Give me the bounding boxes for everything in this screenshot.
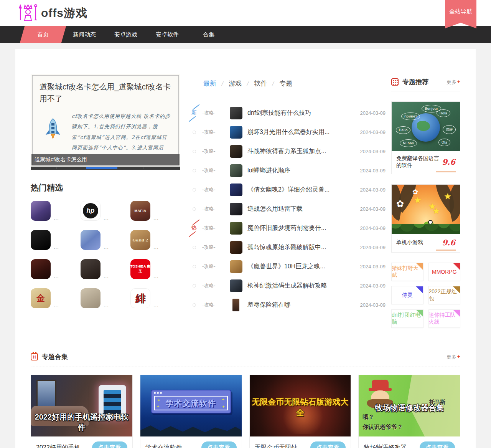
view-button[interactable]: 点击查看 [310,441,346,448]
unlimited-card-image: 无限金币无限钻石版游戏大全 [250,375,351,436]
feed-item-title[interactable]: 孤岛惊魂原始杀戮破解版中... [247,243,353,251]
image-overlay-title: 学术交流软件 [166,398,216,408]
hot-app-8[interactable]: TOSHIBA 東芝... [130,259,180,279]
timeline-dot [193,150,196,153]
feed-category-label: -攻略- [202,109,230,116]
hot-app-2[interactable]: MAFIA... [130,201,180,221]
feed-item-title[interactable]: 逆战怎么用迅雷下载 [247,205,353,213]
topic-tag-0[interactable]: 猪妹打野天赋 [391,263,423,281]
feed-category-label: -攻略- [202,186,230,193]
feed-item-date: 2024-03-09 [353,187,386,193]
topic-card-score: 9.6 [442,157,455,167]
hot-app-6[interactable]: ... [31,259,81,279]
hot-app-1[interactable]: hp... [81,201,130,221]
hot-picks-grid: ...hp...MAFIA.........Guild 2.........TO… [31,201,180,308]
sidebar-more-link[interactable]: 更多+ [447,79,460,86]
hot-app-9[interactable]: 金... [31,288,81,308]
image-overlay-title: 牧场物语修改器合集 [359,403,460,413]
hot-app-7[interactable]: ... [81,259,130,279]
topic-tag-5[interactable]: 迷你特工队火线 [428,309,461,328]
timeline-dot [193,284,196,288]
hot-app-4[interactable]: ... [81,230,130,250]
carousel-scrollbar-thumb[interactable] [86,167,117,169]
collection-card-unlimited[interactable]: 无限金币无限钻石版游戏大全 无限金币无限钻石的... 点击查看 [249,375,351,448]
feed-item-title[interactable]: 《魔兽世界》10H巨龙之魂... [247,263,353,271]
nav-item-home[interactable]: 首页 [22,26,64,43]
feed-item-8[interactable]: -攻略-《魔兽世界》10H巨龙之魂...2024-03-09 [186,257,386,276]
feed-item-date: 2024-03-09 [353,302,386,308]
hot-app-11[interactable]: 緋... [130,288,180,308]
hot-app-3[interactable]: ... [31,230,81,250]
star-icon: ★ [432,206,440,216]
site-nav-ribbon[interactable]: 全站导航 [445,0,476,28]
feed-item-title[interactable]: dnf剑宗技能有什么技巧 [247,109,353,117]
collection-card-remote[interactable]: 2022好用的手机遥控家电软件 2022好用的手机遥... 点击查看 [31,375,133,448]
feed-thumbnail [230,145,242,158]
feed-item-2[interactable]: -攻略-斗战神彼得蓄力系玉狐加点...2024-03-09 [186,142,386,161]
feed-item-0[interactable]: 新-攻略-dnf剑宗技能有什么技巧2024-03-09 [186,103,386,122]
carousel-scrollbar[interactable] [31,167,180,170]
topic-tag-4[interactable]: dnf打团红电脑 [391,309,423,328]
collections-grid: 2022好用的手机遥控家电软件 2022好用的手机遥... 点击查看 ✦ ✦ ✦… [31,375,460,448]
nav-item-news[interactable]: 新闻动态 [64,26,105,43]
site-header: offs游戏 全站导航 [0,0,491,26]
collection-card-farm[interactable]: 托马斯 牧场物语修改器合集 哦？ 你认识老爷爷？ 牧场物语修改器合集 点击查看 [358,375,460,448]
feed-item-3[interactable]: -攻略-lol螳螂进化顺序2024-03-09 [186,161,386,180]
topic-tag-2[interactable]: 侍灵 [391,286,423,304]
hot-app-0[interactable]: ... [31,201,81,221]
logo-text: offs游戏 [41,5,87,21]
nav-item-android-apps[interactable]: 安卓软件 [147,26,188,43]
minigames-card-image: ★ ★ ★ ★ ✿ ✿ [392,185,460,234]
hot-app-5[interactable]: Guild 2... [130,230,180,250]
feed-item-title[interactable]: 崩坏3月光用什么武器好实用... [247,128,353,136]
feed-item-4[interactable]: -攻略-《倩女幽魂2》详细介绍灵兽...2024-03-09 [186,180,386,199]
topic-card-translate[interactable]: BonjourприветHolaHello您好Ni haoOlá 免费翻译各国… [391,101,460,174]
logo-crown-icon [17,3,39,23]
view-button[interactable]: 点击查看 [420,441,455,448]
topic-card-minigames[interactable]: ★ ★ ★ ★ ✿ ✿ 单机小游戏 9.6 [391,184,460,253]
feed-item-title[interactable]: 枪神纪激活码生成器解析攻略 [247,282,353,290]
timeline-node [186,238,202,257]
feed-item-5[interactable]: -攻略-逆战怎么用迅雷下载2024-03-09 [186,199,386,218]
feed-item-date: 2024-03-09 [353,149,386,154]
feed-item-title[interactable]: lol螳螂进化顺序 [247,167,353,175]
feed-category-label: -攻略- [202,205,230,212]
feed-item-6[interactable]: 热-攻略-魔兽怀旧服梦境药剂需要什...2024-03-09 [186,218,386,238]
carousel-slide[interactable]: 道聚城cf改名卡怎么用_道聚城cf改名卡用不了 [31,74,180,170]
nav-item-collections[interactable]: 合集 [188,26,229,43]
feed-item-10[interactable]: -攻略-羞辱保险箱在哪2024-03-09 [186,295,386,314]
feed-category-label: -攻略- [202,244,230,251]
tab-最新[interactable]: 最新 [203,79,216,88]
collections-more-link[interactable]: 更多+ [447,354,460,360]
view-button[interactable]: 点击查看 [201,441,237,448]
plus-icon: + [457,79,460,85]
plus-icon: + [457,354,460,360]
feed-item-7[interactable]: -攻略-孤岛惊魂原始杀戮破解版中...2024-03-09 [186,238,386,257]
feed-thumbnail [230,241,242,254]
feed-item-9[interactable]: -攻略-枪神纪激活码生成器解析攻略2024-03-09 [186,276,386,295]
nav-item-android-games[interactable]: 安卓游戏 [105,26,147,43]
feed-item-1[interactable]: -攻略-崩坏3月光用什么武器好实用...2024-03-09 [186,122,386,142]
feed-item-title[interactable]: 《倩女幽魂2》详细介绍灵兽... [247,186,353,194]
topic-tag-1[interactable]: MMORPG [428,263,461,281]
corner-fold-icon [416,286,423,293]
dark-red-game-icon [31,259,51,279]
feed-thumbnail [230,126,242,139]
tab-游戏[interactable]: 游戏 [229,79,242,88]
feed-item-title[interactable]: 羞辱保险箱在哪 [247,301,353,309]
feed-item-title[interactable]: 魔兽怀旧服梦境药剂需要什... [247,224,353,232]
academic-card-image: ✦ ✦ ✦ ✦ 学术交流软件 [140,375,242,436]
collection-card-academic[interactable]: ✦ ✦ ✦ ✦ 学术交流软件 学术交流软件 点击查看 [140,375,242,448]
view-button[interactable]: 点击查看 [92,441,127,448]
feed-item-title[interactable]: 斗战神彼得蓄力系玉狐加点... [247,147,353,155]
speech-bubble: 您好 [443,125,456,134]
feed-thumbnail [230,203,242,215]
topic-tag-3[interactable]: 2022正规红包 [428,286,461,304]
tab-专题[interactable]: 专题 [280,79,293,88]
mafia-game-icon: MAFIA [130,201,150,221]
tab-软件[interactable]: 软件 [254,79,267,88]
ellipsis-text: ... [104,244,109,250]
mountains-illustration [140,423,242,436]
site-logo[interactable]: offs游戏 [17,3,87,23]
hot-app-10[interactable]: ... [81,288,130,308]
